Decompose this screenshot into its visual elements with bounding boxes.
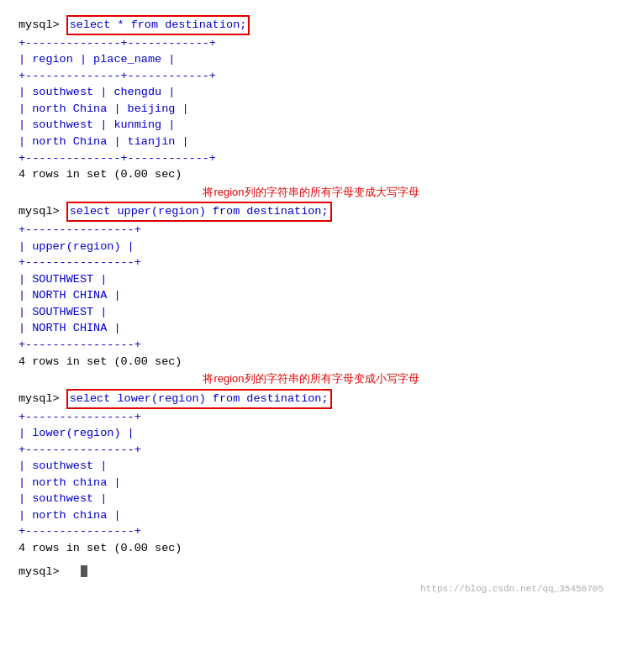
- query1-command: select * from destination;: [66, 15, 250, 35]
- q2-result-info: 4 rows in set (0.00 sec): [18, 354, 604, 370]
- prompt-label-2: mysql>: [18, 203, 60, 220]
- terminal: mysql> select * from destination; +-----…: [10, 8, 612, 603]
- q3-border-top: +----------------+: [18, 409, 604, 426]
- annotation2: 将region列的字符串的所有字母变成小写字母: [18, 371, 604, 387]
- prompt-label-3: mysql>: [18, 391, 60, 407]
- annotation1: 将region列的字符串的所有字母变成大写字母: [18, 185, 604, 201]
- query3-command: select lower(region) from destination;: [66, 389, 332, 409]
- q1-row-2: | north China | beijing |: [18, 101, 604, 118]
- q1-border-bot: +--------------+------------+: [18, 150, 604, 167]
- q3-header: | lower(region) |: [18, 425, 604, 442]
- q3-row-1: | southwest |: [18, 458, 604, 475]
- cursor-block: [81, 565, 87, 577]
- q3-border-mid: +----------------+: [18, 442, 604, 459]
- q3-border-bot: +----------------+: [18, 523, 604, 540]
- q1-row-1: | southwest | chengdu |: [18, 84, 604, 101]
- watermark: https://blog.csdn.net/qq_35456705: [18, 583, 604, 596]
- q1-border-mid: +--------------+------------+: [18, 68, 604, 85]
- prompt-label-1: mysql>: [18, 17, 60, 34]
- q2-row-3: | SOUTHWEST |: [18, 304, 604, 321]
- q2-row-2: | NORTH CHINA |: [18, 287, 604, 304]
- q1-row-3: | southwest | kunming |: [18, 117, 604, 134]
- q2-header: | upper(region) |: [18, 239, 604, 255]
- q2-row-1: | SOUTHWEST |: [18, 271, 604, 288]
- q2-border-mid: +----------------+: [18, 255, 604, 271]
- q2-border-bot: +----------------+: [18, 337, 604, 354]
- q2-row-4: | NORTH CHINA |: [18, 320, 604, 337]
- q3-result-info: 4 rows in set (0.00 sec): [18, 540, 604, 557]
- q2-border-top: +----------------+: [18, 222, 604, 239]
- q1-border-top: +--------------+------------+: [18, 35, 604, 52]
- q3-row-2: | north china |: [18, 475, 604, 491]
- query3-prompt-line: mysql> select lower(region) from destina…: [18, 389, 604, 409]
- query2-command: select upper(region) from destination;: [66, 202, 332, 222]
- q3-row-4: | north china |: [18, 507, 604, 524]
- query2-prompt-line: mysql> select upper(region) from destina…: [18, 202, 604, 222]
- query1-prompt-line: mysql> select * from destination;: [18, 15, 604, 35]
- q1-row-4: | north China | tianjin |: [18, 134, 604, 150]
- q1-header: | region | place_name |: [18, 51, 604, 68]
- q1-result-info: 4 rows in set (0.00 sec): [18, 166, 604, 183]
- final-prompt-label: mysql>: [18, 565, 60, 578]
- q3-row-3: | southwest |: [18, 491, 604, 507]
- final-prompt-line: mysql>: [18, 564, 604, 580]
